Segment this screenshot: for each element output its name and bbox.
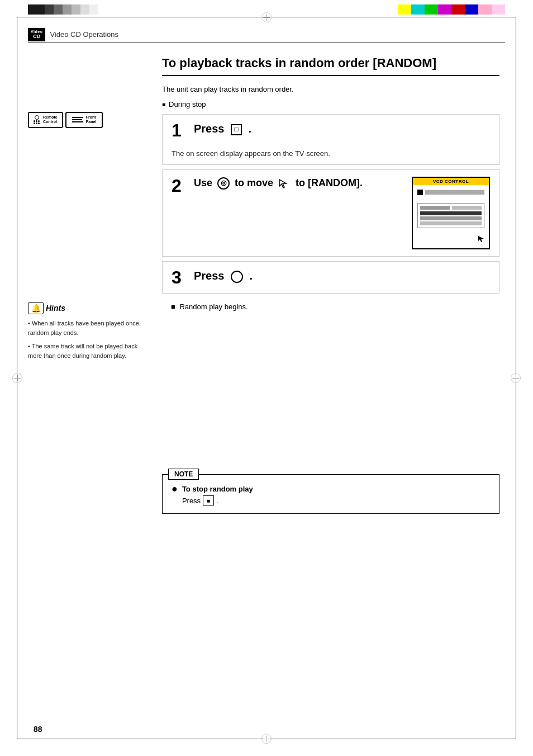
- dot: [36, 120, 37, 122]
- step-2-number: 2: [172, 177, 188, 195]
- vcd-spacer: [417, 197, 484, 201]
- color-bar: [72, 4, 80, 15]
- page-number: 88: [34, 725, 42, 734]
- enter-button-icon: [231, 271, 243, 283]
- step-3-text: Press .: [194, 268, 490, 283]
- note-header: NOTE: [168, 469, 199, 480]
- step-2-content: 2 Use ◎ to move to [RANDOM].: [163, 170, 499, 256]
- vcd-section: [417, 203, 484, 228]
- badge-cd-text: CD: [33, 34, 40, 40]
- remote-label: RemoteControl: [43, 115, 58, 125]
- vcd-badge: Video CD: [28, 28, 45, 41]
- color-bar: [478, 4, 492, 15]
- vcd-control-panel: VCD CONTROL: [412, 177, 490, 249]
- dot: [34, 122, 35, 124]
- color-bar: [89, 4, 98, 15]
- step-3-content: 3 Press .: [163, 262, 499, 293]
- step-3-number: 3: [172, 268, 188, 286]
- remote-control-icon: RemoteControl: [28, 112, 63, 128]
- dot: [36, 122, 37, 124]
- cursor-icon: [278, 178, 291, 188]
- note-content: ● To stop random play Press ■ .: [163, 475, 499, 513]
- vcd-control-header: VCD CONTROL: [413, 178, 489, 185]
- crosshair-left: [12, 373, 22, 383]
- color-bar: [438, 4, 451, 15]
- remote-dots: [34, 120, 40, 124]
- fp-line: [72, 119, 82, 120]
- step-2-move-label: to move: [235, 177, 273, 188]
- random-play-text: Random play begins.: [179, 303, 248, 311]
- step-2-use-label: Use: [194, 177, 212, 188]
- page-title: To playback tracks in random order [RAND…: [162, 56, 499, 76]
- step-2-suffix: to [RANDOM].: [296, 177, 363, 188]
- color-bar: [63, 4, 72, 15]
- joystick-icon: ◎: [217, 177, 230, 190]
- note-box: NOTE ● To stop random play Press ■ .: [162, 474, 499, 514]
- hints-bullet-1: • When all tracks have been played once,…: [28, 319, 145, 337]
- color-bar: [465, 4, 478, 15]
- step-1-number: 1: [172, 121, 188, 139]
- note-bullet-row: ● To stop random play Press ■ .: [172, 485, 490, 505]
- vcd-bar: [420, 216, 482, 220]
- vcd-cursor-arrow: [478, 235, 484, 244]
- hints-icon-symbol: 🔔: [31, 304, 41, 313]
- step-2-box: 2 Use ◎ to move to [RANDOM].: [162, 169, 499, 257]
- color-bar: [492, 4, 505, 15]
- during-stop-label: During stop: [162, 100, 499, 108]
- step-2-text: Use ◎ to move to [RANDOM].: [194, 177, 406, 190]
- color-bar: [398, 4, 411, 15]
- vcd-bar: [452, 206, 482, 210]
- hints-header: 🔔 Hints: [28, 302, 145, 314]
- step-1-description: The on screen display appears on the TV …: [163, 146, 499, 164]
- dot: [38, 122, 40, 124]
- front-panel-label: FrontPanel: [86, 115, 97, 125]
- crosshair-top: [261, 12, 272, 22]
- svg-marker-1: [478, 236, 484, 242]
- color-bar: [425, 4, 438, 15]
- note-press-row: Press ■ .: [182, 495, 253, 505]
- random-play-begins: ■ Random play begins.: [162, 298, 499, 318]
- dot: [34, 120, 35, 122]
- hints-box: 🔔 Hints • When all tracks have been play…: [28, 302, 145, 365]
- hints-label: Hints: [46, 304, 65, 313]
- vcd-bar: [420, 221, 482, 225]
- vcd-bar-dark: [420, 211, 482, 215]
- main-content: To playback tracks in random order [RAND…: [162, 56, 499, 514]
- step-1-box: 1 Press □ . The on screen display appear…: [162, 114, 499, 165]
- note-bullet-dot: ●: [172, 484, 178, 494]
- step-1-press-label: Press: [194, 122, 225, 135]
- dot: [38, 120, 40, 122]
- intro-text: The unit can play tracks in random order…: [162, 85, 499, 93]
- remote-icon-inner: [34, 115, 40, 124]
- color-bar: [80, 4, 89, 15]
- cursor-arrow-icon: [478, 235, 484, 242]
- left-panel: RemoteControl FrontPanel: [28, 112, 162, 139]
- header-title: Video CD Operations: [50, 30, 118, 39]
- menu-button-icon: □: [231, 124, 242, 135]
- hints-text: • When all tracks have been played once,…: [28, 319, 145, 360]
- joystick-symbol: ◎: [221, 179, 226, 188]
- svg-marker-0: [279, 179, 286, 188]
- vcd-control-body: [413, 185, 489, 234]
- hints-icon: 🔔: [28, 302, 44, 314]
- color-bar: [411, 4, 425, 15]
- section-marker: ■: [171, 303, 175, 311]
- hints-bullet-2: • The same track will not be played back…: [28, 342, 145, 360]
- note-text: To stop random play Press ■ .: [182, 485, 253, 505]
- note-bullet-text: To stop random play: [182, 485, 253, 493]
- vcd-mini-square: [417, 190, 423, 195]
- color-bar: [45, 4, 54, 15]
- fp-line: [72, 117, 83, 118]
- fp-lines: [72, 117, 83, 122]
- vcd-row: [417, 190, 484, 195]
- step-1-content: 1 Press □ .: [163, 115, 499, 146]
- color-bar: [451, 4, 465, 15]
- vcd-item: [425, 190, 484, 195]
- header-rule: [28, 42, 505, 42]
- note-press-label: Press: [182, 497, 201, 505]
- stop-button-icon: ■: [203, 495, 214, 505]
- step-2-inner: Use ◎ to move to [RANDOM]. VCD CONTROL: [194, 177, 490, 249]
- step-3-box: 3 Press .: [162, 261, 499, 294]
- crosshair-bottom: [261, 734, 272, 744]
- color-bars-right: [398, 4, 505, 15]
